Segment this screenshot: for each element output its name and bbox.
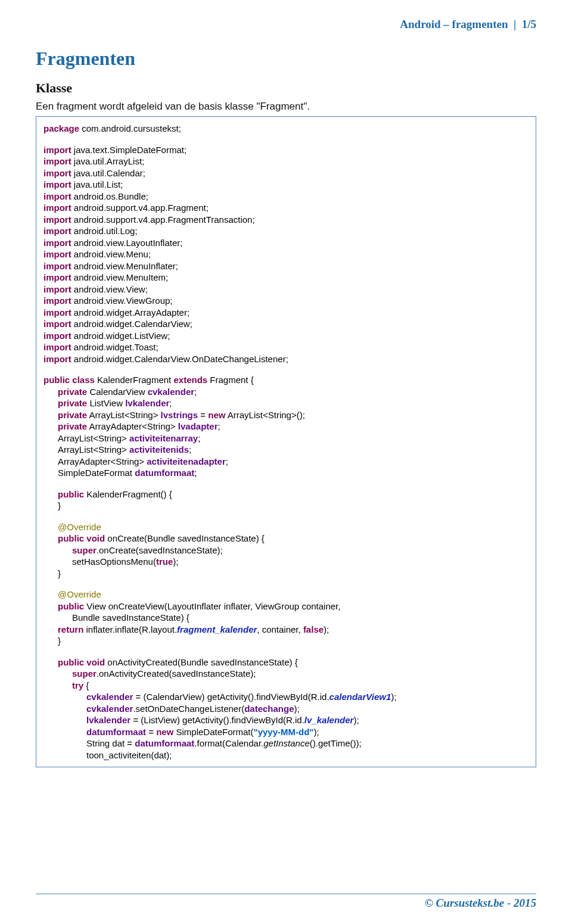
page-title: Fragmenten [36,48,536,70]
code-text: android.os.Bundle; [74,191,148,201]
code-text: toon_activiteiten(dat); [86,750,172,760]
code-text: android.widget.CalendarView.OnDateChange… [74,354,288,364]
code-text: getInstance [263,738,310,748]
code-text: = (CalendarView) getActivity().findViewB… [136,692,329,702]
code-text: SimpleDateFormat( [176,727,253,737]
code-text: setHasOptionsMenu( [72,556,156,567]
code-text: ArrayList<String> [89,410,158,420]
code-text: .onCreate(savedInstanceState); [97,545,223,555]
code-text: android.view.ViewGroup; [74,295,173,306]
code-text: java.util.Calendar; [74,168,145,178]
code-text: datechange [244,704,294,714]
code-text: @Override [58,522,101,532]
code-text: android.view.MenuInflater; [74,261,178,271]
code-text: android.widget.ListView; [74,331,170,341]
code-text: lvkalender [86,715,130,725]
code-text: .setOnDateChangeListener( [133,704,244,714]
code-text: calendarView1 [329,692,391,702]
code-text: ().getTime()); [310,738,362,748]
code-text: KalenderFragment() { [86,489,172,499]
code-text: lvkalender [125,398,169,408]
section-heading: Klasse [36,80,536,96]
page-number: 1/5 [522,18,536,30]
code-text: java.util.List; [74,179,123,189]
code-text: activiteitenarray [129,433,198,443]
code-text: activiteitenids [129,444,189,455]
code-text: android.support.v4.app.FragmentTransacti… [74,214,255,225]
code-text: java.text.SimpleDateFormat; [74,145,186,155]
code-text: @Override [58,589,101,599]
code-text: android.view.LayoutInflater; [74,238,183,248]
code-text: .format(Calendar. [194,738,263,748]
page-footer: © Cursustekst.be - 2015 [36,894,536,910]
code-text: ArrayList<String>(); [228,410,305,420]
code-text: datumformaat [135,738,194,748]
code-text: onCreate(Bundle savedInstanceState) { [107,533,265,543]
code-text: Fragment { [210,375,253,385]
code-text: lvstrings [161,410,198,420]
code-text: Bundle savedInstanceState) { [72,612,189,623]
page-header: Android – fragmenten | 1/5 [36,18,536,31]
code-text: android.util.Log; [74,226,138,236]
code-text: activiteitenadapter [147,456,226,466]
code-text: cvkalender [86,704,133,714]
code-text: ArrayList<String> [58,444,127,455]
code-text: "yyyy-MM-dd" [254,727,314,737]
code-block: package com.android.cursustekst; import … [36,116,536,767]
code-text: datumformaat [86,727,146,737]
code-text: inflater.inflate(R.layout. [86,624,178,634]
code-text: ArrayList<String> [58,433,127,443]
code-text: , container, [257,624,300,634]
code-text: android.view.MenuItem; [74,272,168,282]
code-text: android.support.v4.app.Fragment; [74,203,209,213]
code-text: cvkalender [86,692,133,702]
code-text: android.view.View; [74,284,148,294]
code-text: KalenderFragment [97,375,171,385]
code-text: ArrayAdapter<String> [58,456,144,466]
code-text: fragment_kalender [177,624,257,634]
code-text: java.util.ArrayList; [74,156,144,166]
code-text: lvadapter [178,421,218,431]
code-text: com.android.cursustekst; [82,123,181,133]
code-text: android.view.Menu; [74,249,151,259]
code-text: ListView [89,398,123,408]
code-text: .onActivityCreated(savedInstanceState); [97,668,256,679]
intro-text: Een fragment wordt afgeleid van de basis… [36,101,536,113]
page-container: Android – fragmenten | 1/5 Fragmenten Kl… [0,0,572,924]
code-text: String dat = [86,738,132,748]
code-text: CalendarView [89,387,145,397]
header-text: Android – fragmenten [400,18,508,30]
code-text: android.widget.ArrayAdapter; [74,307,189,318]
code-text: cvkalender [148,387,194,397]
code-text: SimpleDateFormat [58,468,132,478]
code-text: android.widget.CalendarView; [74,319,192,329]
code-text: ArrayAdapter<String> [89,421,176,431]
code-text: onActivityCreated(Bundle savedInstanceSt… [107,657,297,667]
code-text: View onCreateView(LayoutInflater inflate… [86,601,340,611]
code-text: = (ListView) getActivity().findViewById(… [133,715,304,725]
code-text: lv_kalender [304,715,354,725]
code-text: datumformaat [135,468,194,478]
code-text: android.widget.Toast; [74,342,158,352]
